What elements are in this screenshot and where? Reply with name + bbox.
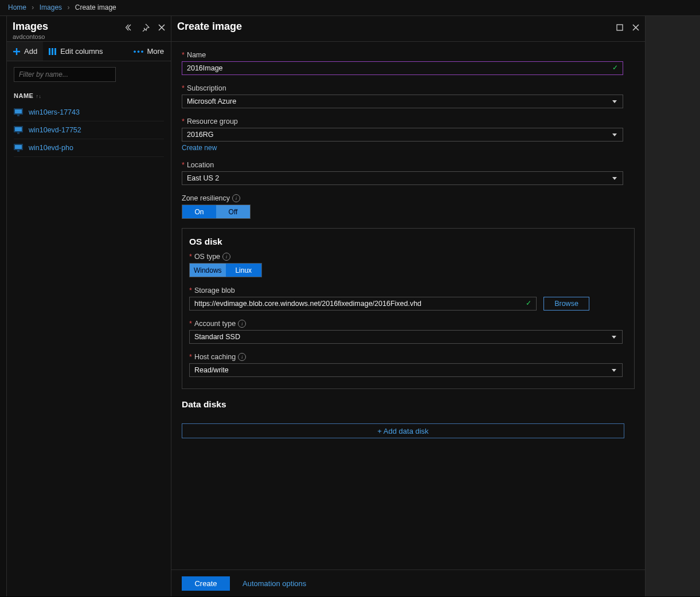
list-item-label: win10evd-pho (29, 144, 73, 152)
account-type-label: *Account typei (189, 320, 627, 328)
vm-image-icon (14, 126, 23, 134)
account-type-select[interactable]: Standard SSD (189, 330, 623, 344)
column-header-name[interactable]: NAME↑↓ (14, 92, 164, 99)
toggle-on[interactable]: On (182, 205, 216, 218)
svg-rect-7 (15, 127, 22, 131)
subscription-select[interactable]: Microsoft Azure (182, 95, 623, 108)
right-gutter (646, 16, 700, 596)
name-input[interactable]: 2016Image (182, 61, 623, 75)
os-disk-section: OS disk *OS typei Windows Linux *Storage… (182, 228, 635, 389)
zone-resiliency-label: Zone resiliencyi (182, 194, 635, 202)
os-type-toggle[interactable]: Windows Linux (189, 263, 262, 277)
chevron-right-icon: › (32, 3, 34, 11)
add-label: Add (24, 47, 37, 56)
maximize-icon[interactable] (614, 22, 625, 33)
more-label: More (147, 47, 164, 56)
list-toolbar: Add Edit columns ••• More (7, 42, 171, 61)
host-caching-label: *Host cachingi (189, 353, 627, 361)
breadcrumb-home[interactable]: Home (8, 3, 26, 11)
svg-rect-1 (52, 48, 53, 55)
more-button[interactable]: ••• More (134, 42, 171, 61)
svg-rect-10 (15, 145, 22, 149)
breadcrumb-images[interactable]: Images (40, 3, 62, 11)
add-button[interactable]: Add (7, 42, 43, 61)
images-list-panel: Images avdcontoso Add Edit columns ••• M… (6, 16, 171, 596)
close-icon[interactable] (156, 22, 167, 33)
toggle-off[interactable]: Off (216, 205, 250, 218)
edit-columns-label: Edit columns (60, 47, 103, 56)
name-label: *Name (182, 51, 635, 59)
pin-icon[interactable] (140, 22, 151, 33)
storage-blob-input[interactable]: https://evdimage.blob.core.windows.net/2… (189, 297, 537, 311)
subscription-label: *Subscription (182, 84, 635, 92)
list-item-label: win10ers-17743 (29, 108, 80, 116)
create-image-panel: Create image *Name 2016Image *Subscripti… (171, 16, 646, 596)
os-type-windows[interactable]: Windows (190, 264, 226, 277)
plus-icon (13, 48, 21, 56)
create-new-rg-link[interactable]: Create new (182, 144, 217, 152)
list-item[interactable]: win10evd-pho (14, 139, 164, 157)
breadcrumb: Home › Images › Create image (0, 0, 700, 16)
zone-resiliency-toggle[interactable]: On Off (182, 205, 251, 219)
os-type-linux[interactable]: Linux (226, 264, 262, 277)
browse-button[interactable]: Browse (543, 297, 589, 311)
svg-rect-11 (17, 150, 19, 152)
resource-group-select[interactable]: 2016RG (182, 128, 623, 142)
location-label: *Location (182, 161, 635, 169)
vm-image-icon (14, 108, 23, 116)
info-icon[interactable]: i (238, 353, 246, 361)
edit-columns-button[interactable]: Edit columns (43, 42, 108, 61)
resource-group-label: *Resource group (182, 117, 635, 125)
svg-rect-4 (15, 109, 22, 113)
location-select[interactable]: East US 2 (182, 171, 623, 185)
svg-rect-5 (17, 115, 19, 116)
filter-input[interactable] (14, 67, 116, 82)
columns-icon (49, 48, 57, 55)
ellipsis-icon: ••• (134, 47, 145, 56)
automation-options-link[interactable]: Automation options (243, 579, 306, 588)
svg-rect-12 (617, 25, 623, 30)
svg-rect-2 (54, 48, 56, 55)
data-disks-header: Data disks (182, 399, 635, 410)
breadcrumb-current: Create image (75, 3, 116, 11)
panel-subtitle: avdcontoso (13, 33, 45, 40)
panel-title-images: Images (13, 21, 48, 33)
collapse-icon[interactable] (124, 22, 135, 33)
close-icon[interactable] (630, 22, 642, 33)
list-item-label: win10evd-17752 (29, 126, 81, 134)
storage-blob-label: *Storage blob (189, 286, 627, 294)
sort-arrow-icon: ↑↓ (36, 93, 41, 99)
global-nav-rail (0, 16, 6, 596)
info-icon[interactable]: i (238, 320, 246, 328)
add-data-disk-button[interactable]: + Add data disk (182, 423, 624, 438)
list-item[interactable]: win10evd-17752 (14, 121, 164, 139)
host-caching-select[interactable]: Read/write (189, 363, 623, 377)
svg-rect-8 (17, 132, 19, 134)
panel-title-create-image: Create image (177, 21, 242, 33)
chevron-right-icon: › (67, 3, 69, 11)
vm-image-icon (14, 144, 23, 152)
os-disk-header: OS disk (189, 237, 627, 247)
images-list: win10ers-17743 win10evd-17752 win10evd-p… (14, 104, 164, 157)
form-footer: Create Automation options (171, 569, 645, 596)
info-icon[interactable]: i (232, 194, 240, 202)
info-icon[interactable]: i (222, 253, 230, 261)
list-item[interactable]: win10ers-17743 (14, 104, 164, 121)
os-type-label: *OS typei (189, 253, 627, 261)
create-button[interactable]: Create (182, 576, 230, 591)
svg-rect-0 (49, 48, 50, 55)
